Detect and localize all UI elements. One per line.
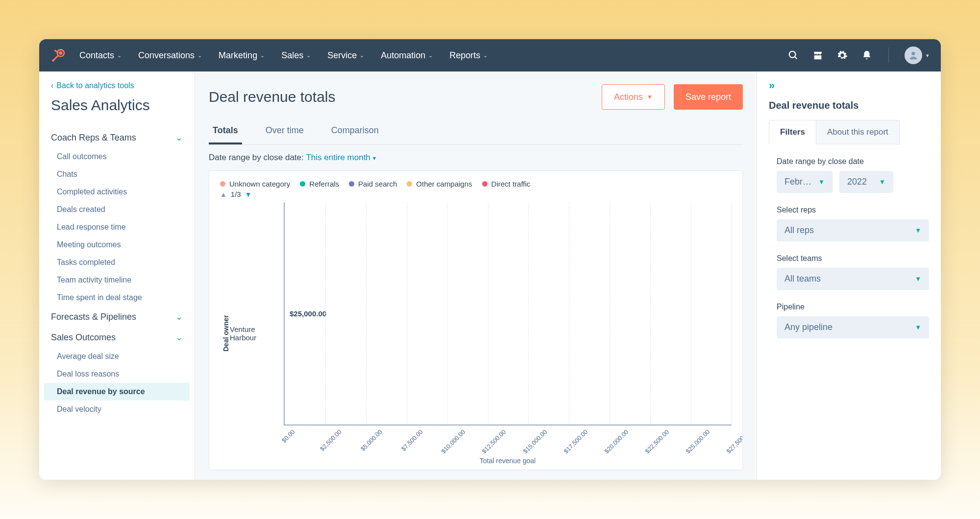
date-range-value: This entire month [306,153,370,162]
tab-comparison[interactable]: Comparison [327,118,383,144]
date-range-label: Date range by close date: [209,153,304,162]
legend-item[interactable]: Unknown category [220,180,290,188]
chevron-down-icon: ▼ [879,178,885,186]
svg-point-0 [59,51,62,55]
filter-label: Select reps [769,206,929,214]
bar-value-label: $25,000.00 [290,309,326,318]
filter-date-range: Date range by close date Febr… ▼ 2022 ▼ [769,157,929,193]
actions-button-label: Actions [614,92,643,102]
teams-select[interactable]: All teams ▼ [777,268,929,290]
sidebar-item[interactable]: Team activity timeline [39,271,195,289]
legend-item[interactable]: Referrals [300,180,339,188]
legend-dot-icon [220,181,225,187]
panel-tab-about-this-report[interactable]: About this report [816,120,900,144]
x-tick-label: $7,500.00 [400,428,424,452]
grid-line [407,202,407,425]
x-tick-label: $12,500.00 [481,428,507,455]
year-value: 2022 [847,177,867,187]
y-axis-label: Deal owner [220,202,230,465]
chevron-down-icon: ▼ [915,324,921,331]
reps-select[interactable]: All reps ▼ [777,219,929,241]
legend-item[interactable]: Other campaigns [407,180,472,188]
right-panel: » Deal revenue totals FiltersAbout this … [757,71,941,480]
section-label: Coach Reps & Teams [51,133,136,143]
nav-item-marketing[interactable]: Marketing⌄ [219,50,265,61]
nav-item-label: Contacts [79,50,114,61]
filter-label: Select teams [769,254,929,263]
chevron-down-icon: ⌄ [197,52,202,59]
sidebar-item[interactable]: Average deal size [39,348,195,365]
filter-teams: Select teams All teams ▼ [769,254,929,290]
sidebar-item[interactable]: Tasks completed [39,254,195,271]
tab-totals[interactable]: Totals [209,118,242,144]
sidebar-item[interactable]: Time spent in deal stage [39,289,195,307]
chevron-down-icon: ▼ [915,227,921,234]
page-title: Sales Analytics [39,97,195,127]
settings-gear-icon[interactable] [836,49,848,61]
svg-point-8 [911,52,915,55]
sidebar-item[interactable]: Meeting outcomes [39,236,195,254]
report-header: Deal revenue totals Actions ▼ Save repor… [209,84,743,110]
teams-value: All teams [784,274,821,284]
panel-tab-filters[interactable]: Filters [769,120,816,144]
sidebar-item[interactable]: Completed activities [39,183,195,201]
sidebar-item[interactable]: Call outcomes [39,148,195,165]
year-select[interactable]: 2022 ▼ [839,171,893,193]
avatar-icon [905,47,922,64]
actions-button[interactable]: Actions ▼ [602,84,665,110]
app-window: Contacts⌄Conversations⌄Marketing⌄Sales⌄S… [39,39,941,480]
legend-item[interactable]: Paid search [349,180,397,188]
content: ‹ Back to analytics tools Sales Analytic… [39,71,941,480]
marketplace-icon[interactable] [812,49,824,61]
save-report-button[interactable]: Save report [674,84,743,110]
nav-item-reports[interactable]: Reports⌄ [449,50,488,61]
nav-item-conversations[interactable]: Conversations⌄ [138,50,202,61]
notifications-bell-icon[interactable] [861,49,873,61]
date-range-dropdown[interactable]: This entire month ▾ [306,153,375,162]
sidebar-item[interactable]: Deal velocity [39,401,195,418]
collapse-panel-icon[interactable]: » [769,79,929,92]
grid-line [325,202,326,425]
report-title: Deal revenue totals [209,89,336,105]
pager-next-icon[interactable]: ▼ [245,190,252,198]
nav-item-service[interactable]: Service⌄ [327,50,364,61]
chevron-down-icon: ▼ [915,275,921,283]
x-axis: $0.00$2,500.00$5,000.00$7,500.00$10,000.… [284,425,732,455]
sidebar-item[interactable]: Deals created [39,201,195,218]
chevron-down-icon: ⌄ [175,332,183,343]
save-report-label: Save report [686,92,731,102]
nav-item-contacts[interactable]: Contacts⌄ [79,50,122,61]
filter-pipeline: Pipeline Any pipeline ▼ [769,303,929,338]
chevron-down-icon: ▾ [926,52,929,59]
legend-pager: ▲ 1/3 ▼ [220,190,732,198]
back-link[interactable]: ‹ Back to analytics tools [39,81,195,97]
sidebar-item[interactable]: Deal revenue by source [44,383,190,401]
sidebar-section-header[interactable]: Forecasts & Pipelines⌄ [39,307,195,327]
search-icon[interactable] [787,49,799,61]
nav-item-label: Automation [381,50,425,61]
date-range-row: Date range by close date: This entire mo… [209,145,743,170]
nav-item-automation[interactable]: Automation⌄ [381,50,433,61]
chevron-down-icon: ▼ [818,178,825,186]
sidebar-item[interactable]: Lead response time [39,218,195,236]
legend-item[interactable]: Direct traffic [482,180,531,188]
month-value: Febr… [784,177,811,187]
tab-over-time[interactable]: Over time [262,118,308,144]
hubspot-logo-icon[interactable] [51,48,65,62]
plot: $25,000.00 $0.00$2,500.00$5,000.00$7,500… [284,202,732,465]
nav-item-sales[interactable]: Sales⌄ [281,50,311,61]
chevron-down-icon: ⌄ [175,311,183,322]
panel-tabs: FiltersAbout this report [769,120,929,144]
account-menu[interactable]: ▾ [905,47,929,64]
main-content: Deal revenue totals Actions ▼ Save repor… [195,71,757,480]
pager-prev-icon[interactable]: ▲ [220,190,227,198]
sidebar-item[interactable]: Deal loss reasons [39,365,195,383]
sidebar-section-header[interactable]: Sales Outcomes⌄ [39,327,195,348]
month-select[interactable]: Febr… ▼ [777,171,833,193]
pipeline-select[interactable]: Any pipeline ▼ [777,316,929,338]
sidebar-item[interactable]: Chats [39,165,195,183]
topbar-icons: ▾ [787,47,929,64]
legend-label: Paid search [358,180,397,188]
filter-reps: Select reps All reps ▼ [769,206,929,241]
sidebar-section-header[interactable]: Coach Reps & Teams⌄ [39,127,195,148]
